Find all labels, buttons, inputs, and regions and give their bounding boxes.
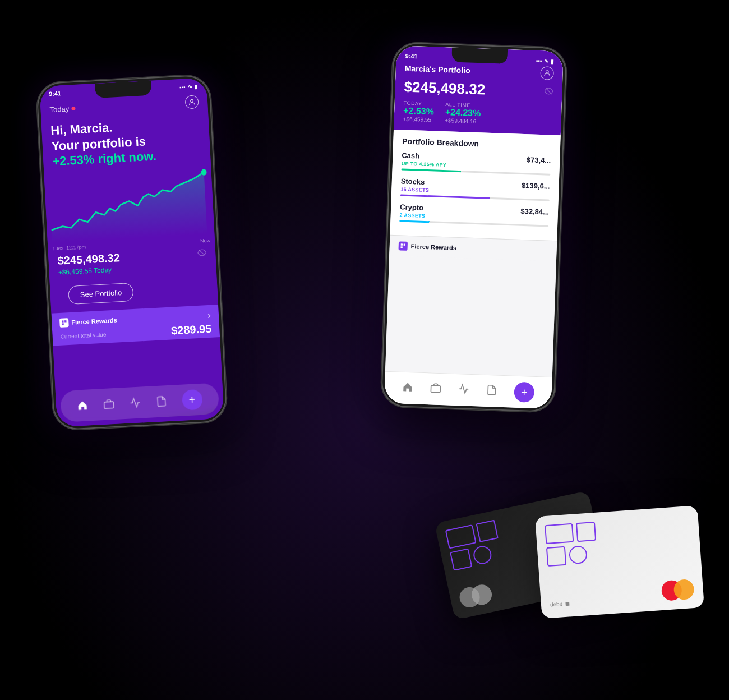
wifi-icon-right: ∿ (544, 58, 548, 64)
card-light-rect-1 (545, 523, 574, 544)
time-right: 9:41 (405, 53, 417, 60)
chart-area-left (44, 163, 214, 245)
today-dot (71, 106, 75, 110)
svg-rect-6 (104, 402, 114, 409)
hero-text: Hi, Marcia. Your portfolio is +2.53% rig… (41, 110, 211, 172)
current-total-label: Current total value (60, 331, 106, 339)
phone-right: 9:41 ▪▪▪ ∿ ▮ Marcia's Portfolio (381, 42, 567, 412)
nav-plus-right[interactable]: + (514, 382, 534, 403)
today-label: Today (49, 104, 75, 113)
breakdown-name-crypto: Crypto (400, 202, 423, 211)
card-light-rect-3 (546, 546, 566, 567)
nav-chart-left[interactable] (130, 397, 141, 409)
svg-rect-9 (401, 243, 403, 245)
svg-rect-13 (566, 602, 570, 606)
breakdown-cash: Cash $73,4... UP TO 4.25% APY (401, 151, 551, 175)
see-portfolio-button[interactable]: See Portfolio (68, 282, 134, 304)
svg-rect-12 (431, 385, 440, 392)
stats-row: TODAY +2.53% +$6,459.55 ALL-TIME +24.23%… (403, 100, 552, 127)
svg-point-7 (546, 71, 548, 73)
breakdown-stocks: Stocks $139,6... 16 ASSETS (400, 177, 550, 201)
card-rect-3 (450, 548, 472, 570)
nav-doc-right[interactable] (486, 384, 497, 398)
avatar-icon-right[interactable] (540, 66, 554, 80)
svg-rect-5 (62, 323, 64, 325)
breakdown-amount-crypto: $32,84... (520, 207, 549, 217)
fierce-icon-right (398, 241, 408, 251)
fierce-label-right: Fierce Rewards (411, 243, 457, 251)
today-value: +2.53% (403, 105, 434, 117)
signal-icon-right: ▪▪▪ (536, 57, 542, 63)
nav-home-left[interactable] (77, 399, 89, 411)
breakdown-name-cash: Cash (402, 151, 419, 160)
signal-icon: ▪▪▪ (179, 84, 186, 90)
debit-label: debit (550, 600, 576, 609)
battery-icon-right: ▮ (551, 58, 554, 64)
phone-left-screen: 9:41 ▪▪▪ ∿ ▮ Today (39, 78, 224, 427)
phone-left: 9:41 ▪▪▪ ∿ ▮ Today (36, 74, 228, 430)
svg-rect-3 (62, 320, 64, 323)
card-light-bottom: debit (549, 579, 695, 609)
breakdown-section: Portfolio Breakdown Cash $73,4... UP TO … (390, 130, 560, 241)
portfolio-total-right: $245,498.32 (404, 79, 553, 101)
card-circle-1 (472, 544, 493, 565)
breakdown-title: Portfolio Breakdown (402, 136, 551, 150)
portfolio-title: Marcia's Portfolio (405, 64, 470, 75)
card-light: debit (535, 505, 704, 619)
chart-label-right: Now (200, 237, 211, 243)
today-sub: +$6,459.55 (403, 116, 433, 123)
time-left: 9:41 (49, 90, 62, 97)
alltime-sub: +$59,484.16 (445, 117, 481, 125)
svg-point-0 (191, 99, 193, 102)
eye-icon-right[interactable] (544, 86, 553, 98)
status-icons-left: ▪▪▪ ∿ ▮ (179, 83, 198, 90)
bottom-nav-right: + (384, 371, 552, 409)
nav-home-right[interactable] (402, 381, 413, 395)
nav-chart-right[interactable] (458, 383, 469, 398)
svg-rect-11 (400, 246, 402, 248)
breakdown-amount-stocks: $139,6... (522, 181, 550, 191)
alltime-value: +24.23% (445, 107, 481, 118)
card-rect-1 (445, 524, 477, 549)
stat-alltime: ALL-TIME +24.23% +$59,484.16 (445, 102, 481, 125)
notch-right (451, 47, 508, 63)
stat-today: TODAY +2.53% +$6,459.55 (403, 100, 434, 123)
current-total-value: $289.95 (170, 322, 211, 337)
card-light-rect-2 (576, 522, 596, 542)
nav-briefcase-left[interactable] (103, 398, 115, 410)
eye-icon-left[interactable] (197, 248, 207, 259)
card-light-brand (545, 515, 692, 567)
fierce-label-left: Fierce Rewards (59, 316, 117, 328)
card-dark-shapes (445, 520, 503, 571)
nav-briefcase-right[interactable] (430, 382, 441, 397)
avatar-icon-left[interactable] (185, 95, 199, 109)
card-light-circle (569, 545, 588, 564)
notch-left (95, 81, 151, 98)
scene: 9:41 ▪▪▪ ∿ ▮ Today (0, 0, 729, 700)
fierce-icon-left (59, 318, 69, 328)
nav-doc-left[interactable] (155, 395, 167, 407)
fierce-arrow[interactable]: › (207, 309, 211, 321)
card-rect-2 (476, 520, 499, 542)
bottom-nav-left: + (60, 383, 220, 422)
card-light-content: debit (535, 505, 704, 619)
battery-icon: ▮ (194, 83, 198, 89)
wifi-icon: ∿ (187, 83, 192, 89)
phone-right-screen: 9:41 ▪▪▪ ∿ ▮ Marcia's Portfolio (384, 45, 564, 409)
breakdown-crypto: Crypto $32,84... 2 ASSETS (399, 202, 549, 227)
svg-rect-10 (404, 243, 405, 245)
nav-plus-left[interactable]: + (182, 389, 203, 411)
breakdown-name-stocks: Stocks (401, 177, 425, 186)
status-icons-right: ▪▪▪ ∿ ▮ (536, 57, 555, 64)
svg-rect-4 (64, 320, 67, 323)
breakdown-amount-cash: $73,4... (527, 155, 551, 165)
